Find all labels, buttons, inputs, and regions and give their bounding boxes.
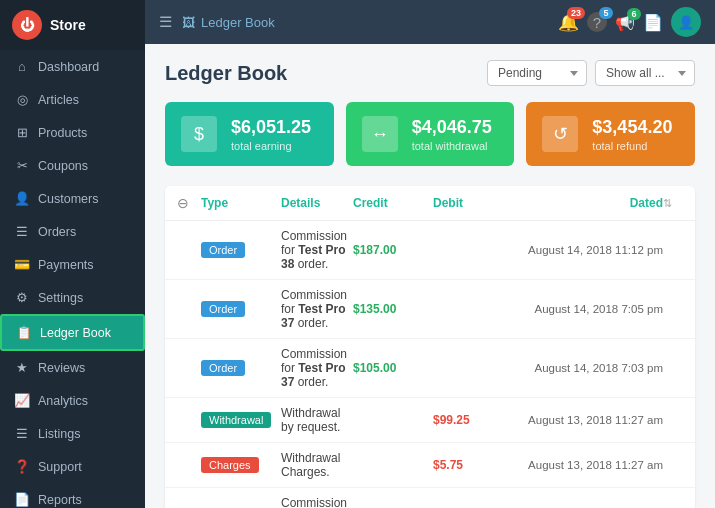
ledger-book-icon: 📋 <box>16 325 32 340</box>
avatar-icon: 👤 <box>678 15 694 30</box>
settings-icon: ⚙ <box>14 290 30 305</box>
file-button[interactable]: 📄 <box>643 13 663 32</box>
row-type-tag[interactable]: Withdrawal <box>201 412 271 428</box>
breadcrumb-text: Ledger Book <box>201 15 275 30</box>
logo-text: Store <box>50 17 86 33</box>
pending-filter[interactable]: Pending Completed All <box>487 60 587 86</box>
menu-icon[interactable]: ☰ <box>159 13 172 31</box>
notifications-badge: 23 <box>567 7 585 19</box>
refund-icon: ↺ <box>542 116 578 152</box>
avatar[interactable]: 👤 <box>671 7 701 37</box>
earning-icon: $ <box>181 116 217 152</box>
col-type[interactable]: Type <box>201 196 281 210</box>
stat-card-earning: $ $6,051.25 total earning <box>165 102 334 166</box>
coupons-label: Coupons <box>38 159 88 173</box>
row-details: Withdrawal by request. <box>281 406 353 434</box>
sidebar-item-analytics[interactable]: 📈 Analytics <box>0 384 145 417</box>
table-row: Order Commission for Test Pro 37 order. … <box>165 488 695 508</box>
ledger-filters: Pending Completed All Show all ... Credi… <box>487 60 695 86</box>
sidebar: ⏻ Store ⌂ Dashboard ◎ Articles ⊞ Product… <box>0 0 145 508</box>
sidebar-item-reports[interactable]: 📄 Reports <box>0 483 145 508</box>
table-row: Order Commission for Test Pro 38 order. … <box>165 221 695 280</box>
refund-value: $3,454.20 <box>592 117 672 138</box>
sidebar-item-products[interactable]: ⊞ Products <box>0 116 145 149</box>
stat-card-withdrawal: ↔ $4,046.75 total withdrawal <box>346 102 515 166</box>
sidebar-item-listings[interactable]: ☰ Listings <box>0 417 145 450</box>
listings-icon: ☰ <box>14 426 30 441</box>
sidebar-item-settings[interactable]: ⚙ Settings <box>0 281 145 314</box>
topbar: ☰ 🖼 Ledger Book 🔔 23 ? 5 📢 6 📄 👤 <box>145 0 715 44</box>
sidebar-item-ledger-book[interactable]: 📋 Ledger Book <box>0 314 145 351</box>
ledger-header: Ledger Book Pending Completed All Show a… <box>165 60 695 86</box>
col-dated[interactable]: Dated <box>503 196 663 210</box>
withdrawal-icon: ↔ <box>362 116 398 152</box>
sidebar-item-support[interactable]: ❓ Support <box>0 450 145 483</box>
notifications-button[interactable]: 🔔 23 <box>558 12 579 33</box>
products-label: Products <box>38 126 87 140</box>
dashboard-label: Dashboard <box>38 60 99 74</box>
sidebar-item-orders[interactable]: ☰ Orders <box>0 215 145 248</box>
analytics-icon: 📈 <box>14 393 30 408</box>
sidebar-item-coupons[interactable]: ✂ Coupons <box>0 149 145 182</box>
earning-label: total earning <box>231 140 311 152</box>
sort-icon[interactable]: ⇅ <box>663 197 683 210</box>
row-details: Commission for Test Pro 38 order. <box>281 229 353 271</box>
col-details[interactable]: Details <box>281 196 353 210</box>
sidebar-item-dashboard[interactable]: ⌂ Dashboard <box>0 50 145 83</box>
main-content: ☰ 🖼 Ledger Book 🔔 23 ? 5 📢 6 📄 👤 <box>145 0 715 508</box>
sidebar-item-articles[interactable]: ◎ Articles <box>0 83 145 116</box>
analytics-label: Analytics <box>38 394 88 408</box>
row-type-tag[interactable]: Order <box>201 360 245 376</box>
support-icon: ❓ <box>14 459 30 474</box>
col-credit[interactable]: Credit <box>353 196 433 210</box>
listings-label: Listings <box>38 427 80 441</box>
customers-icon: 👤 <box>14 191 30 206</box>
file-icon: 📄 <box>643 14 663 31</box>
reviews-label: Reviews <box>38 361 85 375</box>
stat-card-refund: ↺ $3,454.20 total refund <box>526 102 695 166</box>
sidebar-item-payments[interactable]: 💳 Payments <box>0 248 145 281</box>
reports-label: Reports <box>38 493 82 507</box>
row-details: Commission for Test Pro 37 order. <box>281 288 353 330</box>
help-badge: 5 <box>599 7 613 19</box>
row-dated: August 13, 2018 11:27 am <box>503 459 663 471</box>
settings-label: Settings <box>38 291 83 305</box>
table-row: Order Commission for Test Pro 37 order. … <box>165 339 695 398</box>
earning-value: $6,051.25 <box>231 117 311 138</box>
row-dated: August 14, 2018 7:03 pm <box>503 362 663 374</box>
sidebar-item-customers[interactable]: 👤 Customers <box>0 182 145 215</box>
row-credit: $135.00 <box>353 302 433 316</box>
breadcrumb: 🖼 Ledger Book <box>182 15 275 30</box>
refund-label: total refund <box>592 140 672 152</box>
articles-icon: ◎ <box>14 92 30 107</box>
row-type-tag[interactable]: Order <box>201 242 245 258</box>
customers-label: Customers <box>38 192 98 206</box>
megaphone-button[interactable]: 📢 6 <box>615 13 635 32</box>
payments-label: Payments <box>38 258 94 272</box>
ledger-table: ⊖ Type Details Credit Debit Dated ⇅ Orde… <box>165 186 695 508</box>
reviews-icon: ★ <box>14 360 30 375</box>
row-debit: $5.75 <box>433 458 503 472</box>
row-credit: $187.00 <box>353 243 433 257</box>
orders-icon: ☰ <box>14 224 30 239</box>
help-button[interactable]: ? 5 <box>587 12 607 32</box>
table-header: ⊖ Type Details Credit Debit Dated ⇅ <box>165 186 695 221</box>
ledger-title: Ledger Book <box>165 62 287 85</box>
sidebar-item-reviews[interactable]: ★ Reviews <box>0 351 145 384</box>
support-label: Support <box>38 460 82 474</box>
row-type-tag[interactable]: Order <box>201 301 245 317</box>
products-icon: ⊞ <box>14 125 30 140</box>
showall-filter[interactable]: Show all ... Credit Debit <box>595 60 695 86</box>
sidebar-logo[interactable]: ⏻ Store <box>0 0 145 50</box>
content-area: Ledger Book Pending Completed All Show a… <box>145 44 715 508</box>
table-row: Withdrawal Withdrawal by request. $99.25… <box>165 398 695 443</box>
row-dated: August 14, 2018 11:12 pm <box>503 244 663 256</box>
megaphone-badge: 6 <box>627 8 641 20</box>
row-type-tag[interactable]: Charges <box>201 457 259 473</box>
col-debit[interactable]: Debit <box>433 196 503 210</box>
articles-label: Articles <box>38 93 79 107</box>
col-checkbox[interactable]: ⊖ <box>177 195 201 211</box>
breadcrumb-icon: 🖼 <box>182 15 195 30</box>
dashboard-icon: ⌂ <box>14 59 30 74</box>
row-credit: $105.00 <box>353 361 433 375</box>
